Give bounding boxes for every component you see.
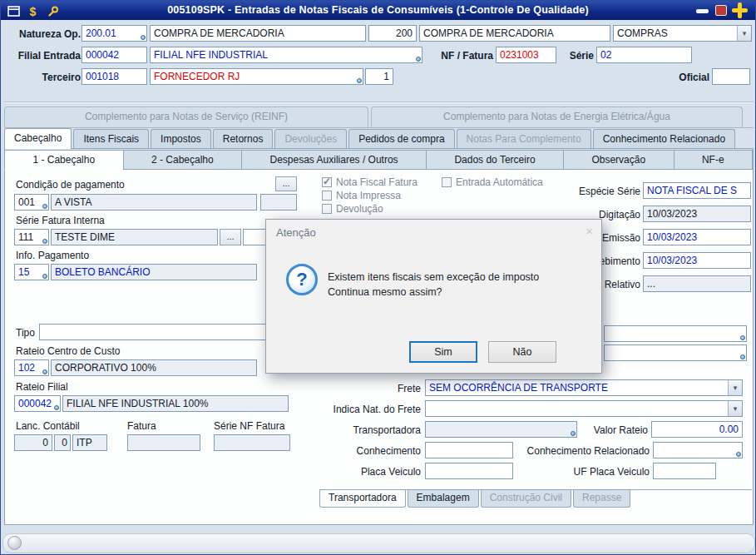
conhecimento-relacionado-field[interactable] (653, 442, 743, 458)
serie-fatura-code-field[interactable]: 111 (14, 229, 49, 245)
tab-itens-fiscais[interactable]: Itens Fiscais (73, 129, 149, 149)
title-bar[interactable]: $ 005109SPK - Entradas de Notas Fiscais … (1, 1, 755, 20)
chevron-down-icon[interactable]: ▾ (737, 26, 751, 41)
terceiro-desc-field[interactable]: FORNECEDOR RJ (150, 68, 363, 85)
minimize-icon[interactable] (696, 9, 709, 13)
tab-notas-para-complemento: Notas Para Complemento (457, 129, 591, 149)
tab-impostos[interactable]: Impostos (151, 129, 211, 149)
checkbox-checked-icon (322, 177, 332, 187)
hidden-right-field-1[interactable] (604, 325, 747, 342)
checkbox-unchecked-icon (442, 177, 452, 187)
subtab-dados-do-terceiro[interactable]: Dados do Terceiro (426, 150, 564, 170)
tab-pedidos-de-compra[interactable]: Pedidos de compra (348, 129, 454, 149)
info-pagamento-code-field[interactable]: 15 (14, 264, 49, 280)
condicao-pagamento-extra-field (260, 194, 297, 211)
dialog-close-icon[interactable]: × (586, 224, 593, 238)
placa-veiculo-label: Placa Veiculo (319, 466, 421, 478)
checkbox-nota-impressa: Nota Impressa (322, 190, 401, 201)
placa-veiculo-field[interactable] (425, 463, 513, 479)
lookup-dot-icon (54, 405, 59, 410)
filial-entrada-label: Filial Entrada (7, 50, 81, 62)
window-title: 005109SPK - Entradas de Notas Fiscais de… (1, 4, 755, 16)
checkbox-devolucao-label: Devolução (336, 203, 383, 215)
serie-nf-fatura-label: Série NF Fatura (214, 420, 284, 432)
info-pagamento-desc-value: BOLETO BANCÁRIO (55, 266, 150, 279)
frete-value: SEM OCORRÊNCIA DE TRANSPORTE (429, 382, 608, 394)
condicao-pagamento-browse-button[interactable]: ... (275, 176, 297, 191)
atencao-dialog: Atenção × ? Existem itens fiscais sem ex… (265, 219, 602, 374)
yes-button[interactable]: Sim (409, 341, 477, 363)
natureza-op-code-field[interactable]: 200.01 (82, 25, 147, 42)
natureza-op-desc2-field[interactable]: COMPRA DE MERCADORIA (419, 25, 610, 42)
lookup-dot-icon (42, 274, 47, 279)
hidden-right-field-2[interactable] (604, 344, 747, 361)
rateio-cc-code-field[interactable]: 102 (14, 359, 49, 376)
checkbox-nota-fiscal-fatura: Nota Fiscal Fatura (322, 176, 418, 188)
subtab-1-cabecalho[interactable]: 1 - Cabeçalho (4, 150, 124, 170)
filial-code-value: 000042 (86, 49, 119, 62)
lanc-contabil-field-1: 0 (14, 434, 52, 451)
checkbox-nota-impressa-label: Nota Impressa (336, 190, 401, 201)
condicao-pagamento-desc-field: A VISTA (51, 194, 257, 211)
conhecimento-field[interactable] (425, 442, 513, 458)
checkbox-nota-fiscal-fatura-label: Nota Fiscal Fatura (336, 176, 418, 188)
tab-complemento-energia: Complemento para Notas de Energia Elétri… (371, 107, 743, 127)
tab-transportadora[interactable]: Transportadora (319, 490, 406, 508)
transportadora-field (425, 421, 577, 438)
valor-rateio-field[interactable]: 0.00 (651, 421, 743, 438)
no-button[interactable]: Não (488, 341, 556, 363)
relativo-field[interactable]: ... (643, 275, 751, 292)
tab-embalagem[interactable]: Embalagem (408, 490, 479, 508)
nf-fatura-value: 0231003 (500, 49, 539, 62)
recebimento-field[interactable]: 10/03/2023 (643, 252, 751, 269)
tipo-field[interactable] (39, 324, 299, 340)
subtab-despesas-auxiliares[interactable]: Despesas Auxiliares / Outros (241, 150, 427, 170)
natureza-op-desc-field[interactable]: COMPRA DE MERCADORIA (150, 25, 366, 42)
filial-desc-field[interactable]: FILIAL NFE INDUSTRIAL (150, 47, 422, 63)
dialog-message-line2: Continua mesmo assim? (328, 286, 442, 298)
lookup-dot-icon (42, 204, 47, 209)
chevron-down-icon[interactable]: ▾ (728, 380, 742, 395)
natureza-op-desc-value: COMPRA DE MERCADORIA (154, 27, 284, 40)
oficial-field[interactable] (712, 68, 750, 85)
filial-code-field[interactable]: 000042 (82, 47, 147, 63)
header-divider (4, 102, 754, 103)
natureza-op-code-value: 200.01 (86, 27, 116, 40)
lookup-dot-icon (141, 35, 146, 40)
condicao-pagamento-code-field[interactable]: 001 (14, 194, 49, 211)
tab-retornos[interactable]: Retornos (213, 129, 274, 149)
frete-select[interactable]: SEM OCORRÊNCIA DE TRANSPORTE▾ (425, 379, 743, 396)
nf-fatura-field[interactable]: 0231003 (496, 47, 556, 63)
checkbox-entrada-automatica: Entrada Automática (442, 176, 543, 188)
tab-cabecalho[interactable]: Cabeçalho (4, 128, 72, 149)
serie-fatura-browse-button[interactable]: ... (220, 229, 241, 245)
chevron-down-icon[interactable]: ▾ (728, 401, 742, 416)
rateio-filial-code-field[interactable]: 000042 (14, 395, 61, 412)
natureza-op-code2-field[interactable]: 200 (368, 25, 417, 42)
status-bar (2, 533, 755, 553)
maximize-icon[interactable] (715, 5, 727, 16)
serie-fatura-desc-value: TESTE DIME (55, 231, 115, 244)
lanc-contabil-value-1: 0 (42, 437, 48, 449)
close-icon[interactable] (732, 2, 748, 18)
grupo-combo[interactable]: COMPRAS▾ (613, 25, 752, 42)
especie-serie-field[interactable]: NOTA FISCAL DE S (643, 182, 751, 199)
emissao-field[interactable]: 10/03/2023 (643, 229, 751, 245)
terceiro-code-field[interactable]: 001018 (82, 68, 147, 85)
tab-construcao-civil: Construção Civil (481, 490, 571, 508)
indica-nat-frete-select[interactable]: ▾ (425, 400, 743, 417)
terceiro-loja-field[interactable]: 1 (365, 68, 393, 85)
condicao-pagamento-label: Condição de pagamento (16, 179, 125, 191)
conhecimento-label: Conhecimento (319, 445, 421, 457)
subtab-observacao[interactable]: Observação (563, 150, 674, 170)
lanc-contabil-field-3: ITP (72, 434, 107, 451)
transport-tab-strip: Transportadora Embalagem Construção Civi… (319, 489, 752, 508)
uf-placa-veiculo-field[interactable] (653, 463, 716, 479)
rateio-filial-code-value: 000042 (18, 398, 52, 410)
tab-conhecimento-relacionado[interactable]: Conhecimento Relacionado (593, 129, 735, 149)
emissao-value: 10/03/2023 (647, 231, 697, 244)
lookup-dot-icon (357, 78, 362, 83)
subtab-2-cabecalho[interactable]: 2 - Cabeçalho (123, 150, 243, 170)
serie-field[interactable]: 02 (596, 47, 692, 63)
subtab-nfe[interactable]: NF-e (674, 150, 754, 170)
